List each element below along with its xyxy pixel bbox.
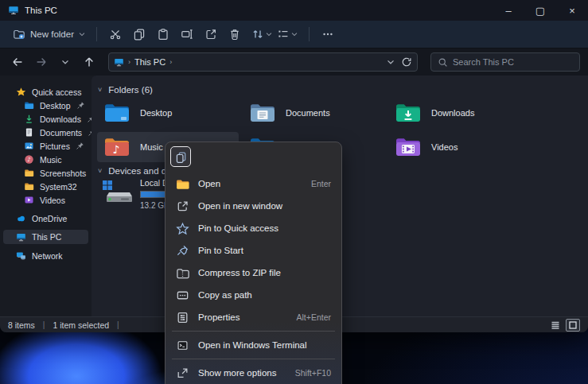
menu-item-compress-zip[interactable]: Compress to ZIP file — [169, 262, 338, 284]
close-button[interactable]: × — [556, 0, 588, 21]
folder-icon — [24, 168, 34, 178]
menu-item-open-windows-terminal[interactable]: Open in Windows Terminal — [169, 334, 338, 356]
menu-item-open[interactable]: Open Enter — [169, 173, 338, 195]
local-disk-icon — [100, 177, 134, 206]
sidebar-item-label: Network — [32, 251, 63, 261]
menu-shortcut: Shift+F10 — [295, 368, 331, 378]
search-input[interactable] — [453, 57, 573, 67]
menu-item-properties[interactable]: Properties Alt+Enter — [169, 306, 338, 328]
menu-item-open-new-window[interactable]: Open in new window — [169, 195, 338, 217]
collapse-chevron-icon[interactable]: ˅ — [98, 167, 102, 175]
folder-tile-desktop[interactable]: Desktop — [97, 98, 239, 128]
address-dropdown-icon[interactable] — [387, 58, 395, 66]
sidebar-item-network[interactable]: Network — [3, 249, 88, 262]
sidebar-item-label: Music — [40, 155, 61, 165]
desktop-wallpaper: This PC – ▢ × New folder — [0, 0, 588, 384]
sidebar-item-videos[interactable]: Videos — [3, 193, 88, 207]
sidebar-item-pictures[interactable]: Pictures — [3, 139, 88, 153]
network-icon — [16, 250, 26, 261]
expand-icon — [176, 367, 189, 380]
sidebar-item-label: Videos — [40, 196, 65, 205]
large-icons-view-button[interactable] — [566, 319, 580, 332]
refresh-icon[interactable] — [401, 56, 412, 68]
menu-shortcut: Alt+Enter — [297, 312, 331, 322]
menu-item-show-more-options[interactable]: Show more options Shift+F10 — [169, 362, 338, 384]
delete-button[interactable] — [223, 25, 247, 44]
folder-tile-documents[interactable]: Documents — [243, 98, 384, 128]
share-button[interactable] — [199, 25, 223, 44]
folder-open-icon — [176, 177, 189, 191]
address-bar[interactable]: › This PC › — [108, 52, 418, 72]
view-button[interactable] — [277, 28, 298, 41]
sort-button[interactable] — [251, 28, 272, 41]
menu-item-label: Copy as path — [198, 290, 252, 300]
menu-item-pin-start[interactable]: Pin to Start — [169, 239, 338, 262]
search-box[interactable] — [430, 52, 580, 72]
sidebar-item-system32[interactable]: System32 — [3, 180, 88, 193]
menu-item-copy-as-path[interactable]: Copy as path — [169, 284, 338, 306]
new-folder-icon — [13, 28, 25, 41]
pin-icon — [76, 101, 85, 110]
breadcrumb-root[interactable]: This PC — [134, 57, 165, 67]
up-button[interactable] — [80, 52, 99, 72]
this-pc-icon — [8, 5, 19, 16]
paste-button[interactable] — [151, 25, 175, 44]
menu-item-pin-quick-access[interactable]: Pin to Quick access — [169, 217, 338, 239]
copy-button[interactable] — [127, 25, 151, 44]
status-divider: | — [43, 320, 45, 329]
menu-separator — [172, 359, 335, 359]
breadcrumb-chevron-icon[interactable]: › — [169, 58, 172, 66]
open-new-window-icon — [176, 200, 189, 213]
sidebar-item-quick-access[interactable]: Quick access — [3, 85, 88, 99]
window-title: This PC — [25, 6, 57, 15]
section-title: Folders (6) — [108, 85, 153, 95]
sidebar-item-downloads[interactable]: Downloads — [3, 112, 88, 126]
desktop-folder-icon — [103, 102, 130, 124]
minimize-button[interactable]: – — [493, 0, 524, 21]
sidebar-item-label: Pictures — [40, 142, 70, 151]
section-header-folders[interactable]: ˅ Folders (6) — [98, 85, 153, 95]
documents-folder-icon — [249, 102, 276, 124]
sidebar-item-onedrive[interactable]: OneDrive — [3, 211, 88, 225]
cut-button[interactable] — [103, 25, 127, 44]
rename-button[interactable] — [175, 25, 199, 44]
sidebar-item-label: Documents — [40, 128, 82, 138]
sidebar-item-label: This PC — [32, 232, 61, 242]
maximize-button[interactable]: ▢ — [524, 0, 556, 21]
selection-count: 1 item selected — [53, 320, 109, 330]
view-icon — [277, 28, 290, 41]
toolbar-divider — [96, 27, 97, 41]
sidebar-item-label: System32 — [40, 182, 77, 192]
sidebar-item-this-pc[interactable]: This PC — [3, 230, 88, 244]
more-options-button[interactable] — [316, 25, 340, 44]
back-button[interactable] — [8, 52, 27, 72]
collapse-chevron-icon[interactable]: ˅ — [98, 86, 102, 94]
search-icon — [438, 57, 448, 68]
chevron-down-icon — [291, 31, 298, 37]
folder-tile-videos[interactable]: Videos — [388, 132, 530, 162]
forward-button[interactable] — [32, 52, 51, 72]
svg-text:♪: ♪ — [113, 143, 120, 156]
sidebar-item-desktop[interactable]: Desktop — [3, 99, 88, 112]
title-bar[interactable]: This PC – ▢ × — [0, 0, 588, 21]
sort-icon — [251, 28, 264, 41]
pin-icon — [76, 142, 84, 150]
details-view-button[interactable] — [548, 319, 563, 332]
sidebar-item-screenshots[interactable]: Screenshots — [3, 166, 88, 180]
desktop-folder-icon — [24, 100, 34, 111]
zip-folder-icon — [176, 266, 189, 280]
context-menu-quick-actions — [169, 145, 338, 173]
menu-separator — [172, 331, 335, 332]
toolbar-divider — [309, 27, 310, 41]
folder-tile-downloads[interactable]: Downloads — [388, 98, 530, 128]
recent-locations-button[interactable] — [56, 52, 75, 72]
folder-label: Downloads — [431, 108, 474, 118]
copy-quick-button[interactable] — [170, 146, 191, 167]
sidebar-item-music[interactable]: ♪ Music — [3, 153, 88, 166]
command-toolbar: New folder — [0, 21, 588, 48]
sidebar-item-documents[interactable]: Documents — [3, 126, 88, 139]
new-folder-button[interactable]: New folder — [8, 25, 90, 44]
menu-item-label: Pin to Start — [198, 246, 243, 255]
star-icon — [16, 87, 26, 97]
menu-item-label: Compress to ZIP file — [198, 268, 281, 277]
